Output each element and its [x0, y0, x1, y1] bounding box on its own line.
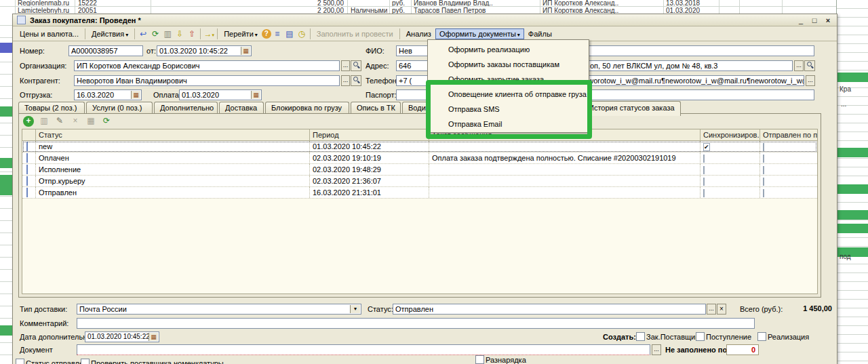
import-icon[interactable]: ⇩	[174, 28, 186, 39]
date-field[interactable]: 01.03.2020 10:45:22▦	[157, 45, 252, 56]
menu-item-send-sms[interactable]: Отправка SMS	[428, 102, 589, 117]
make-documents-button[interactable]: Оформить документы▾	[435, 28, 524, 39]
prices-currency-button[interactable]: Цены и валюта...	[16, 28, 83, 39]
reread-icon[interactable]: ↩	[137, 28, 149, 39]
menu-item-make-realization[interactable]: Оформить реализацию	[428, 42, 589, 57]
send-icon[interactable]: →▾	[203, 28, 215, 39]
calendar-icon[interactable]: ▦	[131, 91, 140, 99]
extra-date-field[interactable]: 01.03.2020 10:45:22▦	[85, 331, 159, 342]
document-field[interactable]	[77, 344, 650, 355]
tab-services[interactable]: Услуги (0 поз.)	[86, 102, 153, 114]
calendar-icon[interactable]: ▦	[241, 47, 250, 55]
header-synced[interactable]: Синхронизиров...	[701, 129, 760, 140]
menu-item-make-order-closing[interactable]: Оформить закрытие заказа	[428, 72, 589, 87]
calendar-icon[interactable]: ▦	[251, 91, 260, 99]
status-sent-checkbox[interactable]	[16, 359, 24, 364]
checkbox[interactable]	[703, 166, 705, 174]
checkbox[interactable]	[703, 189, 705, 197]
cell-period: 01.03.2020 10:45:22	[310, 141, 429, 152]
bg-col-line	[151, 0, 151, 15]
delivery-type-select[interactable]: Почта России▾	[77, 304, 361, 315]
create-receipt-checkbox[interactable]	[696, 332, 705, 341]
check-supplier-checkbox[interactable]	[81, 359, 90, 364]
list-icon[interactable]: ≡	[271, 28, 283, 39]
header-sent[interactable]: Отправлен по п...	[760, 129, 817, 140]
copy-row-icon[interactable]: ▥	[39, 116, 50, 127]
counterparty-field[interactable]: Неворотов Иван Владимирович	[74, 75, 340, 86]
help-icon[interactable]: ?	[262, 29, 271, 39]
cell-sent	[760, 176, 817, 186]
header-status[interactable]: Статус	[36, 129, 310, 140]
email-field[interactable]: neworotow_i_w@mail.ru¶neworotow_i_w@mail…	[577, 75, 804, 86]
refresh-grid-icon[interactable]: ⟳	[101, 116, 112, 127]
checkbox[interactable]: ✔	[703, 143, 710, 151]
checkbox[interactable]	[763, 155, 764, 163]
status-sent-label: Статус отправлен	[26, 359, 87, 364]
structure-icon[interactable]: ▤	[283, 28, 296, 39]
delete-row-icon[interactable]: ×	[70, 116, 81, 127]
tab-strip: Товары (2 поз.) Услуги (0 поз.) Дополнит…	[18, 101, 486, 114]
create-realization-checkbox[interactable]	[757, 332, 766, 341]
table-row[interactable]: new 01.03.2020 10:45:22 ✔	[22, 141, 817, 153]
status-clear-button[interactable]: ×	[717, 304, 726, 315]
status-history-table: Статус Период Текст сообщения Синхронизи…	[22, 129, 818, 294]
menu-item-make-supplier-orders[interactable]: Оформить заказы поставщикам	[428, 57, 589, 72]
checkbox[interactable]	[763, 189, 764, 197]
organization-ellipsis-button[interactable]: ...	[341, 60, 350, 71]
copy-icon[interactable]: ▥	[161, 28, 174, 39]
counterparty-search-button[interactable]	[351, 75, 361, 86]
cell-sent	[760, 141, 817, 152]
tab-goods[interactable]: Товары (2 поз.)	[18, 102, 85, 114]
table-row[interactable]: Отпр.курьеру 02.03.2020 21:36:07	[22, 176, 817, 187]
document-ellipsis-button[interactable]: ...	[652, 344, 661, 355]
number-field[interactable]: А0000038957	[68, 45, 143, 56]
save-grid-icon[interactable]: ▦	[85, 116, 96, 127]
total-value: 1 450,00	[759, 304, 832, 312]
email-ellipsis-button[interactable]: ...	[806, 75, 815, 86]
table-row[interactable]: Исполнение 02.03.2020 19:48:29	[22, 164, 817, 176]
payment-date-field[interactable]: 01.03.2020▦	[179, 89, 262, 100]
checkbox[interactable]	[763, 166, 764, 174]
menu-item-send-email[interactable]: Отправка Email	[428, 117, 589, 132]
checkbox[interactable]	[703, 178, 705, 186]
organization-search-button[interactable]	[351, 60, 361, 71]
actions-button[interactable]: Действия▾	[87, 28, 132, 39]
close-icon[interactable]: ×	[823, 16, 833, 24]
table-row[interactable]: Оплачен 02.03.2020 19:10:19 Оплата заказ…	[22, 153, 817, 164]
tab-cargo-block[interactable]: Блокировка по грузу	[265, 102, 349, 114]
history-icon[interactable]: ◷	[296, 28, 308, 39]
minimize-icon[interactable]: _	[796, 16, 806, 24]
comment-field[interactable]	[77, 318, 755, 329]
header-period[interactable]: Период	[310, 129, 429, 140]
edit-row-icon[interactable]: ✎	[54, 116, 65, 127]
menu-item-client-shipment-notification[interactable]: Оповещение клиента об отправке груза	[428, 87, 589, 102]
allocation-checkbox[interactable]	[475, 355, 484, 364]
checkbox[interactable]	[763, 178, 764, 186]
tab-status-history[interactable]: История статусов заказа	[583, 101, 681, 116]
analysis-button[interactable]: Анализ	[402, 28, 435, 39]
maximize-icon[interactable]: □	[810, 16, 819, 24]
create-supplier-order-checkbox[interactable]	[636, 332, 645, 341]
export-icon[interactable]: ⇧	[186, 28, 198, 39]
organization-field[interactable]: ИП Коротков Александр Борисович	[74, 60, 340, 71]
checkbox[interactable]	[763, 143, 764, 151]
tab-additional[interactable]: Дополнительно	[154, 102, 218, 114]
fill-and-post-button[interactable]: Заполнить и провести	[313, 28, 397, 39]
calendar-icon[interactable]: ▦	[149, 333, 158, 341]
files-button[interactable]: Файлы	[524, 28, 556, 39]
titlebar[interactable]: Заказ покупателя: Проведен * _ □ ×	[13, 14, 837, 26]
checkbox[interactable]	[703, 155, 705, 163]
address-ellipsis-button[interactable]: ...	[794, 60, 804, 71]
chevron-down-icon[interactable]: ▾	[350, 305, 360, 313]
status-field[interactable]: Отправлен	[393, 304, 706, 315]
status-ellipsis-button[interactable]: ...	[707, 304, 716, 315]
shipment-date-field[interactable]: 16.03.2020▦	[74, 89, 142, 100]
table-row[interactable]: Отправлен 16.03.2020 21:31:01	[22, 187, 817, 199]
goto-button[interactable]: Перейти▾	[220, 28, 262, 39]
address-search-button[interactable]	[804, 60, 815, 71]
tab-tk-list[interactable]: Опись в ТК	[351, 102, 401, 114]
add-row-icon[interactable]: +	[23, 116, 34, 127]
tab-delivery[interactable]: Доставка	[219, 102, 264, 114]
counterparty-ellipsis-button[interactable]: ...	[341, 75, 350, 86]
refresh-icon[interactable]: ⟳	[149, 28, 161, 39]
